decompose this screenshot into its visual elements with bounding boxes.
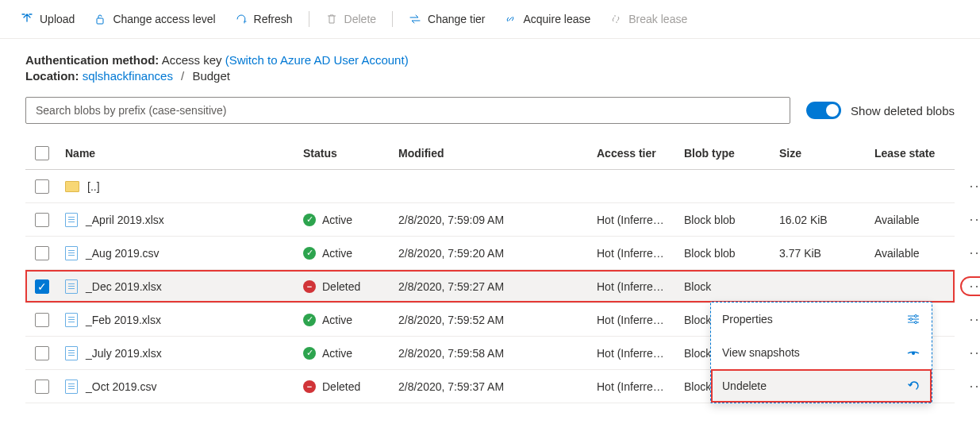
acquire-lease-label: Acquire lease: [523, 13, 590, 25]
status-ok-icon: ✓: [303, 247, 316, 260]
row-menu-button[interactable]: ···: [962, 345, 980, 361]
blob-modified: 2/8/2020, 7:59:37 AM: [398, 380, 597, 393]
row-menu-button[interactable]: ···: [962, 245, 980, 261]
refresh-button[interactable]: Refresh: [227, 8, 301, 30]
trash-icon: [325, 13, 338, 25]
blob-type: Block blob: [684, 214, 779, 226]
svg-point-2: [910, 318, 913, 321]
link-icon: [504, 13, 517, 25]
toolbar-separator: [392, 11, 393, 27]
row-checkbox[interactable]: [35, 213, 49, 227]
col-modified[interactable]: Modified: [398, 147, 597, 160]
table-row[interactable]: ✓_Dec 2019.xlsx−Deleted2/8/2020, 7:59:27…: [25, 270, 955, 303]
change-access-label: Change access level: [113, 13, 215, 25]
row-menu-button[interactable]: ···: [962, 311, 980, 328]
blob-status: Active: [322, 347, 352, 360]
blob-modified: 2/8/2020, 7:59:58 AM: [398, 347, 597, 360]
file-icon: [65, 346, 78, 360]
row-checkbox[interactable]: [35, 346, 49, 360]
location-label: Location:: [25, 69, 79, 83]
blob-size: 3.77 KiB: [779, 247, 874, 260]
context-properties[interactable]: Properties: [711, 302, 932, 336]
row-menu-button[interactable]: ···: [962, 178, 980, 195]
switch-auth-link[interactable]: (Switch to Azure AD User Account): [225, 53, 409, 67]
row-checkbox[interactable]: [35, 313, 49, 327]
blob-modified: 2/8/2020, 7:59:09 AM: [398, 214, 597, 226]
row-menu-button[interactable]: ···: [962, 378, 980, 395]
blob-status: Deleted: [322, 280, 360, 293]
blob-status: Active: [322, 247, 352, 260]
auth-value: Access key: [162, 53, 222, 67]
table-row[interactable]: _April 2019.xlsx✓Active2/8/2020, 7:59:09…: [25, 203, 955, 237]
blob-lease: Available: [874, 214, 962, 226]
delete-button: Delete: [317, 8, 384, 30]
show-deleted-toggle[interactable]: [806, 102, 841, 119]
row-checkbox[interactable]: [35, 179, 49, 194]
blob-type: Block blob: [684, 247, 779, 260]
acquire-lease-button[interactable]: Acquire lease: [496, 8, 598, 30]
blob-modified: 2/8/2020, 7:59:20 AM: [398, 247, 597, 260]
upload-icon: [21, 13, 33, 25]
select-all-checkbox[interactable]: [35, 146, 49, 160]
swap-icon: [409, 13, 421, 25]
svg-point-4: [912, 352, 915, 355]
break-lease-button: Break lease: [601, 8, 695, 30]
change-access-button[interactable]: Change access level: [86, 8, 223, 30]
table-row[interactable]: _Aug 2019.csv✓Active2/8/2020, 7:59:20 AM…: [25, 237, 955, 270]
col-size[interactable]: Size: [779, 147, 874, 160]
context-view-snapshots[interactable]: View snapshots: [711, 336, 932, 369]
auth-label: Authentication method:: [25, 53, 159, 67]
context-snapshots-label: View snapshots: [722, 346, 800, 359]
col-name[interactable]: Name: [65, 147, 303, 160]
blob-status: Deleted: [322, 380, 360, 393]
toolbar: Upload Change access level Refresh Delet…: [0, 0, 980, 39]
row-checkbox[interactable]: [35, 380, 49, 394]
file-icon: [65, 246, 78, 260]
col-lease[interactable]: Lease state: [874, 147, 962, 160]
file-icon: [65, 313, 78, 327]
col-type[interactable]: Blob type: [684, 147, 779, 160]
svg-point-3: [915, 322, 917, 324]
blob-tier: Hot (Inferre…: [597, 247, 684, 260]
col-tier[interactable]: Access tier: [597, 147, 684, 160]
blob-tier: Hot (Inferre…: [597, 380, 684, 393]
row-menu-button[interactable]: ···: [962, 211, 980, 228]
show-deleted-label: Show deleted blobs: [851, 104, 955, 118]
context-menu: Properties View snapshots Undelete: [710, 302, 932, 403]
location-link[interactable]: sqlshackfinances: [83, 69, 173, 83]
blob-modified: 2/8/2020, 7:59:27 AM: [398, 280, 597, 293]
upload-button[interactable]: Upload: [13, 8, 83, 30]
status-ok-icon: ✓: [303, 347, 316, 360]
lock-icon: [94, 13, 106, 25]
blob-modified: 2/8/2020, 7:59:52 AM: [398, 314, 597, 326]
search-input[interactable]: [25, 97, 790, 124]
parent-row[interactable]: [..] ···: [25, 170, 955, 203]
status-deleted-icon: −: [303, 380, 316, 393]
change-tier-button[interactable]: Change tier: [401, 8, 493, 30]
grid-header: Name Status Modified Access tier Blob ty…: [25, 137, 955, 170]
row-checkbox[interactable]: [35, 246, 49, 260]
refresh-icon: [235, 13, 248, 25]
blob-tier: Hot (Inferre…: [597, 280, 684, 293]
blob-size: 16.02 KiB: [779, 214, 874, 226]
col-status[interactable]: Status: [303, 147, 398, 160]
blob-name: _Feb 2019.xlsx: [86, 314, 161, 326]
blob-name: _July 2019.xlsx: [86, 347, 162, 360]
breadcrumb: Location: sqlshackfinances / Budget: [25, 69, 955, 83]
status-ok-icon: ✓: [303, 214, 316, 226]
sliders-icon: [906, 312, 920, 326]
svg-rect-0: [97, 18, 103, 24]
folder-icon: [65, 181, 79, 192]
row-menu-button[interactable]: ···: [962, 278, 980, 295]
location-current: Budget: [192, 69, 230, 83]
blob-status: Active: [322, 214, 352, 226]
row-checkbox[interactable]: ✓: [35, 279, 49, 294]
toolbar-separator: [309, 11, 309, 27]
file-icon: [65, 279, 78, 294]
blob-name: _Dec 2019.xlsx: [86, 280, 162, 293]
refresh-label: Refresh: [254, 13, 293, 25]
blob-tier: Hot (Inferre…: [597, 314, 684, 326]
auth-method-line: Authentication method: Access key (Switc…: [25, 53, 955, 67]
status-ok-icon: ✓: [303, 314, 316, 326]
context-undelete[interactable]: Undelete: [711, 369, 932, 403]
